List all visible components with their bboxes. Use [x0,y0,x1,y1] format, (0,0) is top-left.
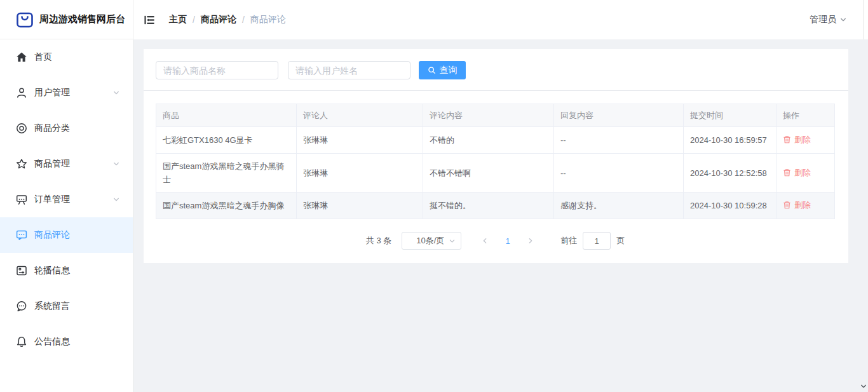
app-title: 周边游戏销售网后台 [39,13,125,25]
pagination: 共 3 条 10条/页 1 前往 页 [156,232,835,250]
menu-item-label: 商品管理 [34,158,70,170]
table-row: 七彩虹GTX1630 4G显卡 张琳琳 不错的 -- 2024-10-30 16… [156,127,835,154]
admin-label: 管理员 [810,14,836,25]
column-header: 回复内容 [554,104,684,127]
carousel-icon [16,265,27,276]
cell-time: 2024-10-30 10:59:28 [684,193,776,219]
prev-page-button[interactable] [475,237,494,245]
search-bar: 查询 [144,49,848,91]
search-button[interactable]: 查询 [419,61,466,79]
cell-time: 2024-10-30 16:59:57 [684,127,776,154]
content-area: 查询 商品评论人评论内容回复内容提交时间操作 七彩虹GTX1630 4G显卡 张… [133,39,868,392]
user-icon [16,87,27,98]
cell-reply: -- [554,127,684,154]
sidebar-item-orders[interactable]: 订单管理 [0,182,133,217]
app-logo: 周边游戏销售网后台 [0,0,133,39]
chevron-down-icon [112,89,120,97]
page-number-1[interactable]: 1 [498,236,517,246]
column-header: 商品 [156,104,297,127]
sidebar-item-messages[interactable]: 系统留言 [0,288,133,324]
cell-product: 七彩虹GTX1630 4G显卡 [156,127,297,154]
sidebar: 周边游戏销售网后台 首页 用户管理 商品分类 商品管理 订单管理 商品评论 轮播… [0,0,133,392]
order-icon [16,194,27,205]
cell-comment: 挺不错的。 [423,193,554,219]
cell-comment: 不错的 [423,127,554,154]
page-unit-label: 页 [616,235,625,247]
next-page-button[interactable] [521,237,540,245]
sidebar-item-home[interactable]: 首页 [0,39,133,75]
delete-button[interactable]: 删除 [783,166,811,179]
chevron-down-icon [112,196,120,203]
page-size-select[interactable]: 10条/页 [402,232,461,250]
sidebar-item-notices[interactable]: 公告信息 [0,324,133,360]
menu-item-label: 首页 [34,51,52,63]
home-icon [16,51,27,63]
star-icon [16,158,27,170]
breadcrumb-item-2[interactable]: 商品评论 [201,14,236,25]
breadcrumb-item-3: 商品评论 [250,14,286,25]
comments-table: 商品评论人评论内容回复内容提交时间操作 七彩虹GTX1630 4G显卡 张琳琳 … [156,104,835,219]
cell-reply: -- [554,154,684,193]
menu-item-label: 商品分类 [34,123,70,134]
product-name-input[interactable] [156,61,278,79]
delete-button[interactable]: 删除 [783,133,811,146]
sidebar-item-users[interactable]: 用户管理 [0,75,133,111]
menu-item-label: 用户管理 [34,87,70,98]
sidebar-item-goods[interactable]: 商品管理 [0,146,133,182]
cell-time: 2024-10-30 12:52:58 [684,154,776,193]
menu-item-label: 轮播信息 [34,265,70,276]
chevron-left-icon [481,237,489,245]
delete-button[interactable]: 删除 [783,198,811,212]
sidebar-item-comments[interactable]: 商品评论 [0,217,133,253]
cell-product: 国产steam游戏黑暗之魂手办黑骑士 [156,154,297,193]
search-icon [428,66,436,74]
cell-reviewer: 张琳琳 [297,127,423,154]
breadcrumb-item-1[interactable]: 主页 [169,14,187,25]
message-icon [16,301,27,312]
chevron-down-icon [112,160,120,168]
scrollbar-edge [863,0,864,39]
scrollbar-down-arrow[interactable] [860,382,867,390]
comment-icon [16,229,27,241]
column-header: 评论内容 [423,104,554,127]
cell-reviewer: 张琳琳 [297,154,423,193]
comments-table-wrap: 商品评论人评论内容回复内容提交时间操作 七彩虹GTX1630 4G显卡 张琳琳 … [144,91,848,263]
cell-reply: 感谢支持。 [554,193,684,219]
breadcrumb: 主页/商品评论/商品评论 [169,14,286,25]
menu-item-label: 订单管理 [34,194,70,205]
trash-icon [783,135,791,144]
cell-product: 国产steam游戏黑暗之魂手办胸像 [156,193,297,219]
comments-card: 查询 商品评论人评论内容回复内容提交时间操作 七彩虹GTX1630 4G显卡 张… [144,49,848,263]
admin-dropdown[interactable]: 管理员 [810,14,847,25]
sidebar-item-category[interactable]: 商品分类 [0,111,133,146]
total-count: 共 3 条 [366,235,391,247]
sidebar-menu: 首页 用户管理 商品分类 商品管理 订单管理 商品评论 轮播信息 系统留言 [0,39,133,360]
breadcrumb-separator: / [242,15,245,25]
column-header: 操作 [776,104,835,127]
cell-reviewer: 张琳琳 [297,193,423,219]
menu-item-label: 公告信息 [34,336,70,348]
sidebar-fold-icon[interactable] [144,15,155,25]
cell-comment: 不错不错啊 [423,154,554,193]
menu-item-label: 系统留言 [34,301,70,312]
shopping-bag-icon [16,11,34,29]
goto-page-input[interactable] [583,232,611,250]
table-row: 国产steam游戏黑暗之魂手办黑骑士 张琳琳 不错不错啊 -- 2024-10-… [156,154,835,193]
category-icon [16,123,27,134]
bell-icon [16,336,27,348]
table-row: 国产steam游戏黑暗之魂手办胸像 张琳琳 挺不错的。 感谢支持。 2024-1… [156,193,835,219]
menu-item-label: 商品评论 [34,229,70,241]
trash-icon [783,201,791,209]
column-header: 评论人 [297,104,423,127]
breadcrumb-separator: / [193,15,195,25]
column-header: 提交时间 [684,104,776,127]
trash-icon [783,168,791,177]
chevron-down-icon [839,16,847,24]
chevron-down-icon [449,238,456,245]
sidebar-item-carousel[interactable]: 轮播信息 [0,253,133,288]
goto-label: 前往 [560,235,577,247]
user-name-input[interactable] [288,61,410,79]
topbar: 主页/商品评论/商品评论 管理员 [133,0,868,39]
chevron-right-icon [527,237,534,245]
